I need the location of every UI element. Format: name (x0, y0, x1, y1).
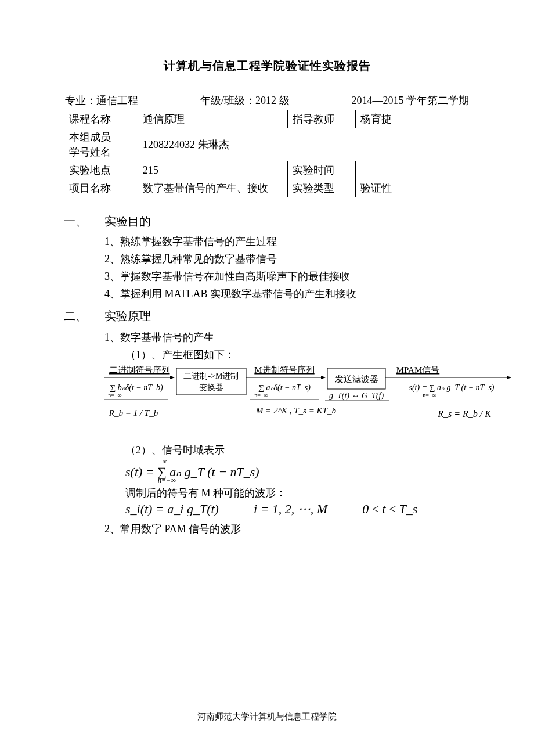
major-label: 专业： (65, 95, 96, 106)
diagram-text: R_s = R_b / K (437, 409, 492, 419)
eq-text: i = 1, 2, ⋯, M (254, 502, 327, 517)
major-value: 通信工程 (96, 95, 138, 106)
diagram-text: n=−∞ (423, 392, 436, 398)
term: 2014—2015 学年第二学期 (352, 93, 470, 107)
eq-text: s_i(t) = a_i g_T(t) (125, 502, 219, 517)
major: 专业：通信工程 (65, 93, 138, 107)
diagram-text: M进制符号序列 (254, 365, 314, 375)
section-2-1-head: 1、数字基带信号的产生 (104, 329, 470, 346)
report-title: 计算机与信息工程学院验证性实验报告 (64, 58, 470, 74)
table-row: 项目名称 数字基带信号的产生、接收 实验类型 验证性 (64, 179, 470, 197)
diagram-text: ∑ bₙδ(t − nT_b) (110, 383, 163, 393)
type-value: 验证性 (356, 179, 470, 197)
time-value (356, 161, 470, 179)
members-value: 1208224032 朱琳杰 (138, 128, 470, 161)
info-table: 课程名称 通信原理 指导教师 杨育捷 本组成员 学号姓名 1208224032 … (64, 110, 470, 197)
diagram-text: ∑ aₙδ(t − nT_s) (258, 383, 311, 393)
section-2-num: 二、 (64, 308, 104, 324)
diagram-text: s(t) = ∑ aₙ g_T (t − nT_s) (409, 383, 494, 393)
section-2-1-sub2: （2）、信号时域表示 (125, 441, 470, 459)
grade-value: 2012 级 (255, 95, 290, 106)
section-2-heading: 二、 实验原理 (64, 308, 470, 324)
members-label-l1: 本组成员 (69, 131, 111, 143)
eq-text: s(t) = ∑ aₙ g_T (t − nT_s) (125, 465, 259, 480)
eq-text: 0 ≤ t ≤ T_s (362, 502, 417, 517)
meta-line: 专业：通信工程 年级/班级：2012 级 2014—2015 学年第二学期 (64, 93, 470, 107)
teacher-value: 杨育捷 (356, 110, 470, 128)
table-row: 实验地点 215 实验时间 (64, 161, 470, 179)
diagram-text: g_T(t) ↔ G_T(f) (329, 391, 384, 401)
section-1-body: 1、熟练掌握数字基带信号的产生过程 2、熟练掌握几种常见的数字基带信号 3、掌握… (104, 233, 470, 303)
section-2-2-head: 2、常用数字 PAM 信号的波形 (104, 520, 470, 538)
diagram-text: 二进制符号序列 (109, 365, 170, 375)
section-2-1-sub1: （1）、产生框图如下： (125, 346, 470, 363)
svg-rect-0 (104, 365, 511, 437)
eq-text: n=−∞ (158, 476, 176, 485)
list-item: 1、熟练掌握数字基带信号的产生过程 (104, 233, 470, 250)
table-row: 本组成员 学号姓名 1208224032 朱琳杰 (64, 128, 470, 161)
equation-1: ∞ s(t) = ∑ aₙ g_T (t − nT_s) n=−∞ (125, 459, 470, 484)
project-value: 数字基带信号的产生、接收 (138, 179, 288, 197)
section-1-title: 实验目的 (104, 214, 151, 229)
diagram-text: MPAM信号 (396, 365, 439, 375)
block-diagram: 二进制符号序列 ∑ bₙδ(t − nT_b) n=−∞ R_b = 1 / T… (104, 365, 470, 441)
table-row: 课程名称 通信原理 指导教师 杨育捷 (64, 110, 470, 128)
diagram-svg: 二进制符号序列 ∑ bₙδ(t − nT_b) n=−∞ R_b = 1 / T… (104, 365, 511, 439)
diagram-text: M = 2^K , T_s = KT_b (255, 406, 336, 415)
page-footer: 河南师范大学计算机与信息工程学院 (0, 711, 534, 722)
equation-2: s_i(t) = a_i g_T(t) i = 1, 2, ⋯, M 0 ≤ t… (125, 502, 470, 517)
list-item: 4、掌握利用 MATLAB 实现数字基带信号的产生和接收 (104, 285, 470, 303)
diagram-text: 发送滤波器 (335, 375, 378, 384)
diagram-text: 变换器 (199, 383, 223, 392)
members-label-l2: 学号姓名 (69, 146, 111, 158)
diagram-text: n=−∞ (254, 392, 268, 398)
diagram-text: 二进制->M进制 (183, 372, 239, 380)
course-label: 课程名称 (64, 110, 138, 128)
section-1-num: 一、 (64, 214, 104, 229)
members-label: 本组成员 学号姓名 (64, 128, 138, 161)
course-value: 通信原理 (138, 110, 288, 128)
diagram-text: n=−∞ (108, 392, 121, 398)
place-value: 215 (138, 161, 288, 179)
type-label: 实验类型 (288, 179, 356, 197)
time-label: 实验时间 (288, 161, 356, 179)
teacher-label: 指导教师 (288, 110, 356, 128)
diagram-text: R_b = 1 / T_b (109, 408, 158, 417)
project-label: 项目名称 (64, 179, 138, 197)
place-label: 实验地点 (64, 161, 138, 179)
section-2-title: 实验原理 (104, 308, 151, 324)
list-item: 2、熟练掌握几种常见的数字基带信号 (104, 250, 470, 268)
list-item: 3、掌握数字基带信号在加性白高斯噪声下的最佳接收 (104, 268, 470, 285)
section-1-heading: 一、 实验目的 (64, 214, 470, 229)
grade-label: 年级/班级： (200, 95, 255, 106)
grade: 年级/班级：2012 级 (138, 93, 352, 107)
section-2-1-text2: 调制后的符号有 M 种可能的波形： (125, 484, 470, 502)
page: 计算机与信息工程学院验证性实验报告 专业：通信工程 年级/班级：2012 级 2… (0, 0, 534, 756)
